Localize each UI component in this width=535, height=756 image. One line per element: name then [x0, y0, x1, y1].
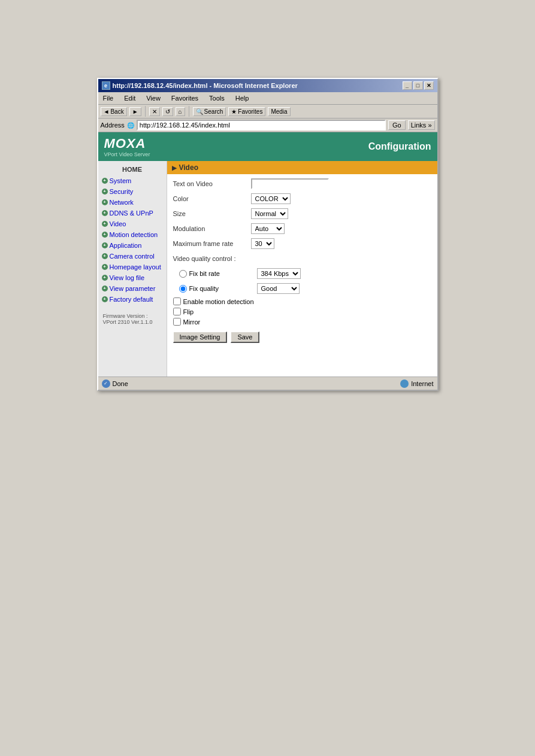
- sidebar-item-homepage[interactable]: Homepage layout: [98, 262, 167, 272]
- sidebar-item-video[interactable]: Video: [98, 218, 167, 229]
- section-arrow: ▶: [172, 165, 177, 171]
- firmware-version: VPort 2310 Ver.1.1.0: [103, 319, 162, 325]
- firmware-info: Firmware Version : VPort 2310 Ver.1.1.0: [98, 309, 167, 329]
- bullet-motion: [102, 232, 108, 238]
- mirror-row: Mirror: [173, 318, 431, 326]
- size-label: Size: [173, 210, 251, 217]
- menu-help[interactable]: Help: [233, 93, 252, 103]
- enable-motion-detection-row: Enable motion detection: [173, 297, 431, 305]
- mirror-checkbox[interactable]: [173, 318, 181, 326]
- home-button[interactable]: ⌂: [176, 107, 185, 116]
- title-bar-buttons: _ □ ✕: [403, 81, 434, 90]
- flip-label: Flip: [183, 308, 194, 315]
- fix-bit-rate-select[interactable]: 384 Kbps 512 Kbps 768 Kbps 1 Mbps 2 Mbps: [257, 268, 301, 279]
- sidebar-item-motion[interactable]: Motion detection: [98, 229, 167, 240]
- address-input[interactable]: [137, 120, 386, 130]
- fix-bit-rate-row: Fix bit rate 384 Kbps 512 Kbps 768 Kbps …: [179, 268, 431, 280]
- bullet-parameter: [102, 286, 108, 292]
- sidebar-home[interactable]: HOME: [98, 163, 167, 175]
- bullet-video: [102, 221, 108, 227]
- stop-button[interactable]: ✕: [149, 107, 160, 116]
- fix-bit-rate-radio[interactable]: [179, 270, 187, 278]
- status-bar: ✓ Done Internet: [98, 377, 437, 390]
- flip-checkbox[interactable]: [173, 308, 181, 315]
- links-button[interactable]: Links »: [408, 120, 435, 130]
- search-icon: 🔍: [196, 108, 203, 115]
- menu-file[interactable]: File: [101, 93, 116, 103]
- config-title: Configuration: [368, 141, 431, 152]
- toolbar: ◄ Back ► ✕ ↺ ⌂ 🔍 Search ★ Favorites Medi…: [98, 105, 437, 119]
- forward-button[interactable]: ►: [129, 107, 141, 116]
- browser-window: e http://192.168.12.45/index.html - Micr…: [97, 78, 439, 391]
- max-frame-rate-row: Maximum frame rate 30 25 20 15 10 5: [173, 238, 431, 250]
- modulation-label: Modulation: [173, 225, 251, 232]
- status-icon: ✓: [102, 379, 110, 388]
- media-button[interactable]: Media: [268, 107, 290, 116]
- go-button[interactable]: Go: [388, 120, 406, 130]
- menu-favorites[interactable]: Favorites: [169, 93, 201, 103]
- mirror-label: Mirror: [183, 318, 201, 326]
- sidebar-item-system[interactable]: System: [98, 175, 167, 186]
- flip-row: Flip: [173, 308, 431, 315]
- status-right: Internet: [400, 379, 433, 388]
- save-button[interactable]: Save: [231, 332, 259, 343]
- refresh-button[interactable]: ↺: [162, 107, 173, 116]
- toolbar-sep-1: [145, 106, 146, 117]
- enable-motion-detection-checkbox[interactable]: [173, 297, 181, 305]
- size-select[interactable]: Normal Large Small: [251, 208, 288, 219]
- section-header: ▶ Video: [167, 161, 437, 174]
- max-frame-rate-select[interactable]: 30 25 20 15 10 5: [251, 238, 274, 249]
- menu-tools[interactable]: Tools: [207, 93, 227, 103]
- address-bar: Address 🌐 Go Links »: [98, 119, 437, 132]
- modulation-row: Modulation Auto NTSC PAL: [173, 223, 431, 235]
- max-frame-rate-label: Maximum frame rate: [173, 240, 251, 247]
- text-on-video-input[interactable]: [251, 178, 329, 189]
- favorites-button[interactable]: ★ Favorites: [228, 107, 265, 116]
- size-row: Size Normal Large Small: [173, 208, 431, 220]
- fix-quality-radio[interactable]: [179, 285, 187, 293]
- color-select[interactable]: COLOR B/W: [251, 193, 291, 204]
- modulation-select[interactable]: Auto NTSC PAL: [251, 223, 285, 234]
- star-icon: ★: [231, 108, 237, 115]
- moxa-header: MOXA VPort Video Server Configuration: [98, 132, 437, 161]
- color-row: Color COLOR B/W: [173, 193, 431, 205]
- sidebar-item-ddns[interactable]: DDNS & UPnP: [98, 208, 167, 218]
- sidebar-item-factory[interactable]: Factory default: [98, 294, 167, 305]
- sidebar-item-parameter[interactable]: View parameter: [98, 283, 167, 294]
- image-setting-button[interactable]: Image Setting: [173, 332, 228, 343]
- internet-label: Internet: [411, 380, 433, 387]
- search-button[interactable]: 🔍 Search: [193, 107, 226, 116]
- back-button[interactable]: ◄ Back: [101, 107, 127, 116]
- ie-icon: e: [102, 81, 110, 90]
- bullet-system: [102, 178, 108, 184]
- title-bar: e http://192.168.12.45/index.html - Micr…: [98, 79, 437, 92]
- form-area: Text on Video Color COLOR B/W Size: [167, 174, 437, 347]
- sidebar-item-application[interactable]: Application: [98, 240, 167, 251]
- back-icon: ◄: [104, 108, 110, 115]
- sidebar-item-security[interactable]: Security: [98, 186, 167, 197]
- title-bar-left: e http://192.168.12.45/index.html - Micr…: [102, 81, 298, 90]
- menu-bar: File Edit View Favorites Tools Help: [98, 92, 437, 105]
- minimize-button[interactable]: _: [403, 81, 412, 90]
- color-label: Color: [173, 195, 251, 202]
- sidebar-item-camera[interactable]: Camera control: [98, 251, 167, 262]
- bullet-security: [102, 189, 108, 195]
- moxa-logo-area: MOXA VPort Video Server: [104, 136, 150, 157]
- sidebar-item-network[interactable]: Network: [98, 197, 167, 208]
- close-button[interactable]: ✕: [424, 81, 434, 90]
- fix-bit-rate-label: Fix bit rate: [189, 270, 220, 277]
- text-on-video-row: Text on Video: [173, 178, 431, 190]
- text-on-video-label: Text on Video: [173, 180, 251, 187]
- moxa-subtitle: VPort Video Server: [104, 151, 150, 157]
- bullet-network: [102, 199, 108, 205]
- bullet-factory: [102, 296, 108, 302]
- sidebar-item-log[interactable]: View log file: [98, 272, 167, 283]
- toolbar-sep-2: [189, 106, 189, 117]
- menu-view[interactable]: View: [144, 93, 163, 103]
- maximize-button[interactable]: □: [413, 81, 423, 90]
- bullet-ddns: [102, 210, 108, 216]
- menu-edit[interactable]: Edit: [122, 93, 138, 103]
- fix-quality-select[interactable]: Good Normal Excellent Detailed Best: [257, 283, 300, 294]
- fix-quality-label: Fix quality: [189, 285, 219, 292]
- browser-content: MOXA VPort Video Server Configuration HO…: [98, 132, 437, 377]
